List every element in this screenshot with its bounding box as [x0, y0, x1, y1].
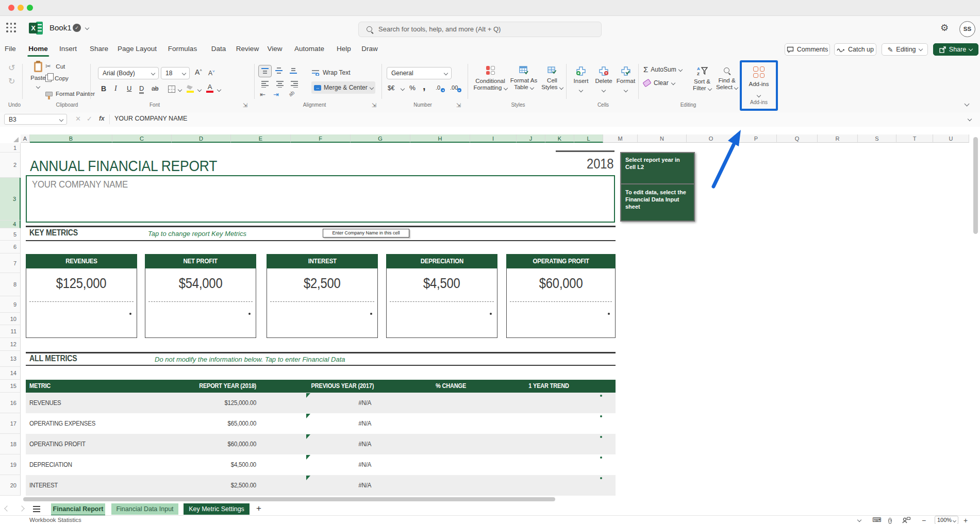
column-header-E[interactable]: E: [231, 134, 291, 143]
font-color-button[interactable]: A: [206, 84, 213, 93]
underline-button[interactable]: U: [127, 84, 131, 92]
zoom-window-button[interactable]: [27, 5, 33, 11]
zoom-out-button[interactable]: −: [922, 516, 926, 524]
formula-bar-value[interactable]: YOUR COMPANY NAME: [114, 115, 187, 122]
autosum-button[interactable]: Σ AutoSum: [643, 65, 682, 74]
align-left-button[interactable]: [261, 80, 269, 88]
column-header-J[interactable]: J: [517, 134, 545, 143]
sheet-tab-financial-data-input[interactable]: Financial Data Input: [111, 503, 178, 515]
bottom-align-button[interactable]: [289, 67, 297, 74]
cut-button[interactable]: ✂ Cut: [45, 61, 65, 71]
borders-chevron-icon[interactable]: [178, 88, 182, 92]
row-header-20[interactable]: 20: [0, 475, 21, 496]
ribbon-tab-share[interactable]: Share: [89, 40, 109, 57]
column-header-D[interactable]: D: [172, 134, 231, 143]
align-center-button[interactable]: [276, 80, 284, 88]
row-header-1[interactable]: 1: [0, 143, 21, 153]
workbook-statistics-button[interactable]: Workbook Statistics: [29, 517, 81, 523]
wrap-text-button[interactable]: Wrap Text: [311, 69, 351, 76]
select-all-corner[interactable]: [13, 137, 19, 142]
increase-font-icon[interactable]: A˄: [195, 68, 202, 76]
minimize-window-button[interactable]: [18, 5, 24, 11]
document-title[interactable]: Book1: [49, 23, 72, 32]
ribbon-tab-view[interactable]: View: [266, 40, 283, 57]
row-header-19[interactable]: 19: [0, 454, 21, 475]
ribbon-tab-automate[interactable]: Automate: [293, 40, 325, 57]
row-header-5[interactable]: 5: [0, 228, 21, 241]
alignment-dialog-launcher-icon[interactable]: ⇲: [372, 102, 376, 109]
editing-mode-button[interactable]: ✎ Editing: [882, 43, 928, 56]
align-right-button[interactable]: [290, 80, 298, 88]
name-box[interactable]: B3: [4, 114, 67, 125]
prev-sheet-chevron-icon[interactable]: [4, 505, 10, 511]
column-header-K[interactable]: K: [545, 134, 574, 143]
confirm-entry-icon[interactable]: ✓: [87, 115, 92, 123]
zoom-in-button[interactable]: +: [964, 516, 968, 524]
ribbon-tab-insert[interactable]: Insert: [58, 40, 78, 57]
font-dialog-launcher-icon[interactable]: ⇲: [243, 102, 247, 109]
borders-button[interactable]: [168, 86, 175, 95]
font-family-select[interactable]: Arial (Body): [98, 67, 159, 79]
table-row-operating-profit[interactable]: OPERATING PROFIT$60,000.00#N/A: [26, 434, 616, 454]
sheet-tab-financial-report[interactable]: Financial Report: [51, 503, 105, 515]
ribbon-tab-data[interactable]: Data: [210, 40, 227, 57]
row-header-15[interactable]: 15: [0, 380, 21, 393]
column-header-T[interactable]: T: [896, 134, 933, 143]
number-format-select[interactable]: General: [387, 67, 452, 79]
row-header-16[interactable]: 16: [0, 393, 21, 413]
document-title-chevron-icon[interactable]: [85, 26, 89, 30]
table-row-revenues[interactable]: REVENUES$125,000.00#N/A: [26, 393, 616, 413]
table-row-interest[interactable]: INTEREST$2,500.00#N/A: [26, 475, 616, 496]
number-dialog-launcher-icon[interactable]: ⇲: [456, 102, 461, 109]
row-header-11[interactable]: 11: [0, 325, 21, 338]
redo-icon[interactable]: ↻: [8, 76, 15, 86]
ribbon-tab-formulas[interactable]: Formulas: [167, 40, 198, 57]
addins-button[interactable]: Add-ins: [742, 81, 776, 87]
double-underline-button[interactable]: D: [139, 84, 144, 94]
column-header-A[interactable]: A: [21, 134, 30, 143]
fill-color-button[interactable]: [187, 85, 194, 93]
undo-icon[interactable]: ↺: [8, 63, 15, 73]
addins-icon[interactable]: [753, 66, 765, 78]
all-sheets-menu-icon[interactable]: [33, 506, 40, 512]
expand-formula-bar-chevron-icon[interactable]: [968, 117, 972, 121]
decrease-indent-icon[interactable]: ⇤: [260, 91, 265, 98]
column-header-B[interactable]: B: [30, 134, 112, 143]
clear-button[interactable]: Clear: [643, 79, 675, 87]
font-size-select[interactable]: 18: [161, 67, 190, 79]
insert-cells-button[interactable]: Insert: [570, 66, 592, 94]
row-header-8[interactable]: 8: [0, 273, 21, 296]
help-icon[interactable]: ?: [888, 517, 892, 524]
middle-align-button[interactable]: [275, 67, 283, 74]
format-painter-button[interactable]: Format Painter: [45, 91, 95, 97]
copy-button[interactable]: Copy: [45, 75, 69, 82]
ribbon-tab-home[interactable]: Home: [27, 40, 49, 57]
column-header-H[interactable]: H: [410, 134, 470, 143]
decrease-font-icon[interactable]: A˅: [208, 69, 215, 77]
row-header-13[interactable]: 13: [0, 351, 21, 367]
cancel-entry-icon[interactable]: ✕: [75, 115, 81, 123]
status-chevron-icon[interactable]: [857, 518, 861, 522]
row-header-10[interactable]: 10: [0, 313, 21, 325]
increase-decimal-button[interactable]: .00▸: [450, 84, 458, 91]
ribbon-tab-page-layout[interactable]: Page Layout: [117, 40, 158, 57]
row-header-3[interactable]: 3: [0, 178, 21, 221]
row-header-4[interactable]: 4: [0, 221, 21, 228]
percent-style-button[interactable]: %: [409, 84, 416, 92]
column-header-Q[interactable]: Q: [777, 134, 818, 143]
font-color-chevron-icon[interactable]: [217, 88, 221, 92]
ribbon-tab-review[interactable]: Review: [235, 40, 260, 57]
account-avatar[interactable]: SS: [959, 21, 975, 37]
currency-format-button[interactable]: $€: [388, 84, 394, 92]
add-sheet-button[interactable]: +: [256, 503, 261, 514]
ribbon-tab-file[interactable]: File: [4, 40, 17, 57]
strikethrough-button[interactable]: ab: [152, 85, 158, 92]
increase-indent-icon[interactable]: ⇥: [273, 91, 279, 98]
row-header-9[interactable]: 9: [0, 296, 21, 313]
sort-filter-button[interactable]: AZ Sort & Filter: [690, 66, 715, 91]
metric-card-interest[interactable]: INTEREST$2,500: [267, 254, 378, 338]
currency-chevron-icon[interactable]: [401, 87, 405, 91]
search-input[interactable]: Search for tools, help, and more (Alt + …: [358, 22, 602, 37]
column-header-I[interactable]: I: [470, 134, 517, 143]
column-header-L[interactable]: L: [574, 134, 603, 143]
